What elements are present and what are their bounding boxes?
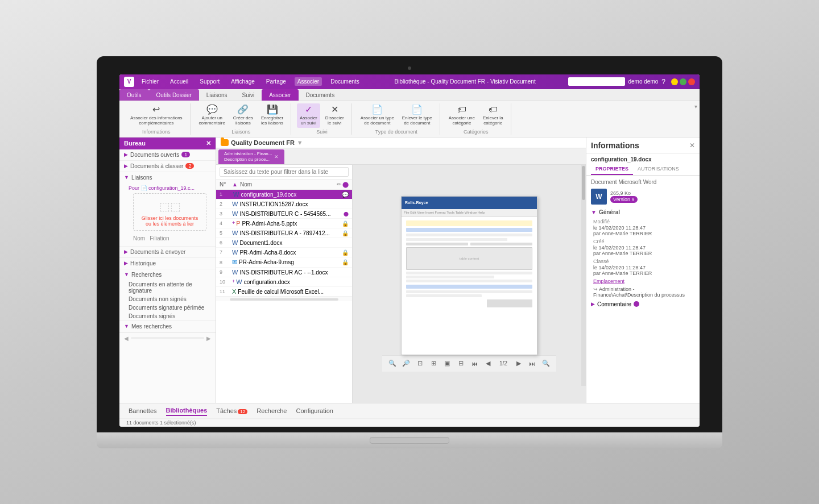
ribbon-btn-ajouter-commentaire[interactable]: 💬 Ajouter uncommentaire	[196, 103, 228, 128]
preview-btn-prev[interactable]: ◀	[482, 358, 494, 369]
search-item-perimee[interactable]: Documents signature périmée	[119, 303, 216, 312]
file-row-4[interactable]: 4 + P PR-Admi-Acha-5.pptx 🔒	[216, 219, 352, 228]
ribbon-tab-suivi[interactable]: Suivi	[235, 89, 262, 101]
preview-btn-view1[interactable]: ▣	[441, 358, 453, 369]
file-row-9[interactable]: 9 W INS-DISTRIBUTEUR AC - --1.docx	[216, 268, 352, 277]
bottom-tabs: Bannettes Bibliothèques Tâches12 Recherc…	[119, 403, 700, 418]
search-item-signes[interactable]: Documents signés	[119, 312, 216, 320]
file-row-6[interactable]: 6 W Document1.docx	[216, 238, 352, 248]
search-input[interactable]	[568, 77, 625, 86]
edit-icon[interactable]: ✏	[337, 181, 341, 188]
sidebar-section-historique: ▶ Historique	[119, 258, 216, 269]
help-icon[interactable]: ?	[661, 78, 665, 86]
preview-btn-next[interactable]: ▶	[513, 358, 524, 369]
search-item-attente[interactable]: Documents en attente de signature	[119, 280, 216, 295]
excel-icon-11: X	[232, 288, 236, 295]
file-row-8[interactable]: 8 ✉ PR-Admi-Acha-9.msg 🔒	[216, 257, 352, 268]
sidebar-section-mes-recherches: ▼ Mes recherches	[119, 321, 216, 332]
preview-btn-fit[interactable]: ⊡	[414, 358, 425, 369]
sidebar-nav-prev[interactable]: ◀	[124, 335, 129, 341]
ribbon-btn-associer-categorie[interactable]: 🏷 Associer unecatégorie	[446, 103, 478, 128]
sidebar-liaisons-header[interactable]: ▼ Liaisons	[119, 172, 216, 183]
info-commentaire-section[interactable]: ▶ Commentaire	[586, 299, 700, 310]
file-row-5[interactable]: 5 W INS-DISTRIBUTEUR A - 7897412... 🔒	[216, 228, 352, 238]
sort-arrow-icon[interactable]: ▲	[232, 181, 238, 188]
drop-zone[interactable]: ⬚⬚ Glisser ici les documentsou les éléme…	[133, 193, 206, 231]
menu-accueil[interactable]: Accueil	[167, 77, 191, 86]
bottom-tab-bibliotheques[interactable]: Bibliothèques	[166, 406, 208, 416]
breadcrumb-text: Quality Document FR	[231, 139, 295, 146]
file-list-area: N° ▲ Nom ✏ ⬤ 1	[216, 165, 586, 402]
ribbon-btn-enlever-type[interactable]: 📄 Enlever le typede document	[399, 103, 435, 128]
breadcrumb-dropdown-icon[interactable]: ▼	[297, 139, 303, 146]
file-row-11[interactable]: 11 X Feuille de calcul Microsoft Excel..…	[216, 287, 352, 297]
ribbon-tab-outils-dossier[interactable]: Outils Dossier	[149, 89, 199, 101]
bottom-tab-taches[interactable]: Tâches12	[216, 406, 247, 415]
preview-btn-zoom[interactable]: 🔍	[540, 358, 552, 369]
preview-btn-fit2[interactable]: ⊞	[428, 358, 439, 369]
sidebar-historique-header[interactable]: ▶ Historique	[119, 258, 216, 269]
ribbon-btn-enregistrer-liaisons[interactable]: 💾 Enregistrerles liaisons	[258, 103, 286, 128]
menu-support[interactable]: Support	[197, 77, 222, 86]
horizontal-scrollbar[interactable]	[216, 297, 352, 301]
preview-scrollbar[interactable]	[581, 165, 586, 385]
config-link[interactable]: 📄 configuration_19.c...	[141, 185, 195, 191]
menu-fichier[interactable]: Fichier	[139, 77, 162, 86]
maximize-button[interactable]	[680, 78, 686, 85]
tab-close-icon[interactable]: ✕	[274, 154, 279, 160]
file-row-1[interactable]: 1 W configuration_19.docx 💬	[216, 190, 352, 199]
ribbon-btn-enlever-categorie[interactable]: 🏷 Enlever lacatégorie	[480, 103, 506, 128]
ribbon-tab-liaisons[interactable]: Liaisons	[199, 89, 235, 101]
sidebar-nav-next[interactable]: ▶	[206, 335, 211, 341]
sidebar-docs-envoyer-header[interactable]: ▶ Documents à envoyer	[119, 247, 216, 257]
info-section-general-header[interactable]: ▼ Général	[586, 207, 700, 218]
preview-btn-last[interactable]: ⏭	[527, 358, 538, 369]
taches-badge: 12	[238, 409, 247, 414]
search-item-non-signes[interactable]: Documents non signés	[119, 295, 216, 303]
ribbon-btn-associer-suivi[interactable]: ✓ Associerun suivi	[297, 103, 320, 128]
sidebar: Bureau ✕ ▶ Documents ouverts 1	[119, 138, 216, 403]
info-tab-proprietes[interactable]: PROPRIETES	[591, 164, 633, 175]
sidebar-mes-recherches-header[interactable]: ▼ Mes recherches	[119, 321, 216, 332]
info-close-button[interactable]: ✕	[689, 141, 695, 149]
ribbon-tab-documents[interactable]: Documents	[299, 89, 342, 101]
info-tab-autorisations[interactable]: AUTORISATIONS	[633, 164, 684, 175]
sidebar-docs-classer-header[interactable]: ▶ Documents à classer 2	[119, 161, 216, 172]
ribbon-tab-associer[interactable]: Associer	[262, 89, 298, 101]
file-row-3[interactable]: 3 W INS-DISTRIBUTEUR C - 5454565... ⬤	[216, 209, 352, 219]
file-search-input[interactable]	[220, 167, 349, 177]
sidebar-recherches-header[interactable]: ▼ Recherches	[119, 269, 216, 280]
minimize-button[interactable]	[671, 78, 678, 85]
bottom-tab-bannettes[interactable]: Bannettes	[129, 406, 157, 415]
ribbon-btn-dissocier-suivi[interactable]: ✕ Dissocierle suivi	[322, 103, 347, 128]
preview-btn-first[interactable]: ⏮	[469, 358, 480, 369]
file-row-7[interactable]: 7 W PR-Admi-Acha-8.docx 🔒	[216, 248, 352, 257]
commentaire-expand-icon: ▶	[591, 301, 595, 307]
menu-partage[interactable]: Partage	[263, 77, 289, 86]
preview-btn-view2[interactable]: ⊟	[455, 358, 466, 369]
breadcrumb-bar: Quality Document FR ▼	[216, 138, 586, 148]
preview-btn-search2[interactable]: 🔎	[400, 358, 412, 369]
file-row-10[interactable]: 10 + W configuration.docx	[216, 277, 352, 287]
ribbon-btn-associer-info[interactable]: ↩ Associer des informationscomplémentair…	[127, 103, 185, 128]
doc-tab-0[interactable]: Administration - Finan...Description du …	[218, 149, 284, 165]
ribbon-scroll-down[interactable]: ▾	[694, 103, 697, 110]
preview-btn-search1[interactable]: 🔍	[387, 358, 398, 369]
menu-affichage[interactable]: Affichage	[228, 77, 258, 86]
filter-icon[interactable]: ⬤	[342, 181, 349, 188]
preview-pane: Rolls-Royce File Edit View Insert Format…	[353, 165, 586, 402]
sidebar-docs-ouverts-header[interactable]: ▶ Documents ouverts 1	[119, 149, 216, 160]
ribbon-btn-creer-liaisons[interactable]: 🔗 Créer desliaisons	[230, 103, 256, 128]
sidebar-close-icon[interactable]: ✕	[206, 140, 211, 147]
menu-associer[interactable]: Associer	[295, 77, 322, 86]
word-icon-1: W	[233, 191, 239, 198]
word-icon-7: W	[232, 249, 238, 256]
bottom-tab-recherche[interactable]: Recherche	[257, 406, 287, 415]
close-button[interactable]	[688, 78, 695, 85]
file-row-2[interactable]: 2 W INSTRUCTION15287.docx	[216, 199, 352, 209]
ribbon-tab-outils[interactable]: Outils	[119, 89, 149, 101]
bottom-tab-configuration[interactable]: Configuration	[296, 406, 333, 415]
ribbon-btn-associer-type[interactable]: 📄 Associer un typede document	[358, 103, 397, 128]
menu-documents[interactable]: Documents	[328, 77, 362, 86]
lock-icon-8: 🔒	[342, 259, 349, 265]
